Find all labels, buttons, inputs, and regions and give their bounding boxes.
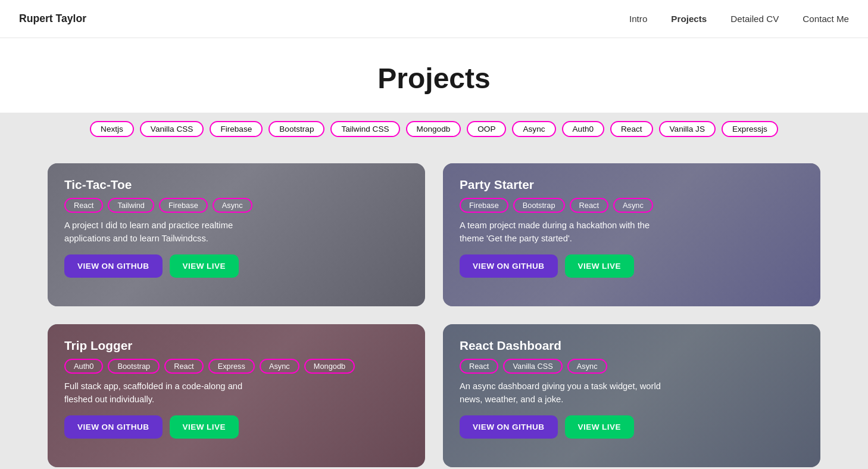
nav-link-intro[interactable]: Intro (629, 14, 647, 24)
card-tags-tic-tac-toe: ReactTailwindFirebaseAsync (64, 198, 408, 213)
filter-bar: NextjsVanilla CSSFirebaseBootstrapTailwi… (0, 113, 868, 145)
navbar-brand: Rupert Taylor (19, 13, 86, 25)
filter-tag-expressjs[interactable]: Expressjs (722, 121, 778, 137)
card-description-trip-logger: Full stack app, scaffolded in a code-alo… (64, 380, 267, 406)
project-card-tic-tac-toe: Tic-Tac-ToeReactTailwindFirebaseAsyncA p… (48, 163, 425, 306)
card-title-tic-tac-toe: Tic-Tac-Toe (64, 178, 408, 192)
card-description-party-starter: A team project made during a hackathon w… (460, 219, 662, 245)
card-buttons-party-starter: VIEW ON GITHUBVIEW LIVE (460, 254, 804, 278)
card-tag-react[interactable]: React (64, 198, 103, 213)
card-title-trip-logger: Trip Logger (64, 338, 408, 353)
card-content-party-starter: Party StarterFirebaseBootstrapReactAsync… (443, 163, 820, 306)
nav-item-cv[interactable]: Detailed CV (730, 14, 779, 24)
card-tag-firebase[interactable]: Firebase (159, 198, 208, 213)
nav-item-contact[interactable]: Contact Me (803, 14, 849, 24)
filter-tag-auth0[interactable]: Auth0 (562, 121, 605, 137)
filter-tag-react[interactable]: React (610, 121, 653, 137)
card-buttons-react-dashboard: VIEW ON GITHUBVIEW LIVE (460, 415, 804, 439)
github-button-react-dashboard[interactable]: VIEW ON GITHUB (460, 415, 558, 439)
navbar: Rupert Taylor Intro Projects Detailed CV… (0, 0, 868, 38)
nav-link-cv[interactable]: Detailed CV (730, 14, 779, 24)
card-tag-mongodb[interactable]: Mongodb (304, 359, 355, 374)
github-button-trip-logger[interactable]: VIEW ON GITHUB (64, 415, 163, 439)
card-tag-react[interactable]: React (164, 359, 203, 374)
github-button-party-starter[interactable]: VIEW ON GITHUB (460, 254, 558, 278)
card-tag-express[interactable]: Express (208, 359, 255, 374)
card-tag-tailwind[interactable]: Tailwind (108, 198, 154, 213)
card-buttons-trip-logger: VIEW ON GITHUBVIEW LIVE (64, 415, 408, 439)
filter-tag-nextjs[interactable]: Nextjs (90, 121, 134, 137)
filter-tag-vanilla-css[interactable]: Vanilla CSS (140, 121, 204, 137)
live-button-trip-logger[interactable]: VIEW LIVE (170, 415, 239, 439)
card-tag-firebase[interactable]: Firebase (460, 198, 508, 213)
filter-tag-firebase[interactable]: Firebase (210, 121, 263, 137)
card-tags-party-starter: FirebaseBootstrapReactAsync (460, 198, 804, 213)
card-content-tic-tac-toe: Tic-Tac-ToeReactTailwindFirebaseAsyncA p… (48, 163, 425, 306)
card-tag-vanilla css[interactable]: Vanilla CSS (503, 359, 562, 374)
filter-tag-vanilla-js[interactable]: Vanilla JS (659, 121, 716, 137)
nav-link-projects[interactable]: Projects (671, 14, 707, 24)
card-tag-react[interactable]: React (570, 198, 608, 213)
nav-item-projects[interactable]: Projects (671, 14, 707, 24)
card-title-party-starter: Party Starter (460, 178, 804, 192)
navbar-links: Intro Projects Detailed CV Contact Me (629, 14, 849, 24)
card-tag-auth0[interactable]: Auth0 (64, 359, 103, 374)
card-content-trip-logger: Trip LoggerAuth0BootstrapReactExpressAsy… (48, 324, 425, 467)
card-tag-bootstrap[interactable]: Bootstrap (513, 198, 565, 213)
card-tag-react[interactable]: React (460, 359, 498, 374)
card-tag-async[interactable]: Async (260, 359, 299, 374)
github-button-tic-tac-toe[interactable]: VIEW ON GITHUB (64, 254, 163, 278)
nav-link-contact[interactable]: Contact Me (803, 14, 849, 24)
card-content-react-dashboard: React DashboardReactVanilla CSSAsyncAn a… (443, 324, 820, 467)
card-title-react-dashboard: React Dashboard (460, 338, 804, 353)
filter-tag-mongodb[interactable]: Mongodb (406, 121, 461, 137)
page-title: Projects (0, 62, 868, 95)
project-card-trip-logger: Trip LoggerAuth0BootstrapReactExpressAsy… (48, 324, 425, 467)
card-tags-react-dashboard: ReactVanilla CSSAsync (460, 359, 804, 374)
card-description-react-dashboard: An async dashboard giving you a task wid… (460, 380, 662, 406)
filter-tag-tailwind-css[interactable]: Tailwind CSS (330, 121, 399, 137)
nav-item-intro[interactable]: Intro (629, 14, 647, 24)
projects-section: Tic-Tac-ToeReactTailwindFirebaseAsyncA p… (0, 145, 868, 469)
live-button-party-starter[interactable]: VIEW LIVE (565, 254, 634, 278)
live-button-react-dashboard[interactable]: VIEW LIVE (565, 415, 634, 439)
live-button-tic-tac-toe[interactable]: VIEW LIVE (170, 254, 239, 278)
filter-tag-bootstrap[interactable]: Bootstrap (268, 121, 324, 137)
project-card-react-dashboard: React DashboardReactVanilla CSSAsyncAn a… (443, 324, 820, 467)
card-tag-async[interactable]: Async (213, 198, 252, 213)
filter-tag-oop[interactable]: OOP (467, 121, 506, 137)
page-title-section: Projects (0, 38, 868, 113)
card-buttons-tic-tac-toe: VIEW ON GITHUBVIEW LIVE (64, 254, 408, 278)
project-card-party-starter: Party StarterFirebaseBootstrapReactAsync… (443, 163, 820, 306)
card-tag-async[interactable]: Async (613, 198, 653, 213)
filter-tag-async[interactable]: Async (512, 121, 555, 137)
card-description-tic-tac-toe: A project I did to learn and practice re… (64, 219, 267, 245)
card-tags-trip-logger: Auth0BootstrapReactExpressAsyncMongodb (64, 359, 408, 374)
card-tag-async[interactable]: Async (567, 359, 607, 374)
projects-grid: Tic-Tac-ToeReactTailwindFirebaseAsyncA p… (48, 163, 820, 467)
card-tag-bootstrap[interactable]: Bootstrap (108, 359, 160, 374)
